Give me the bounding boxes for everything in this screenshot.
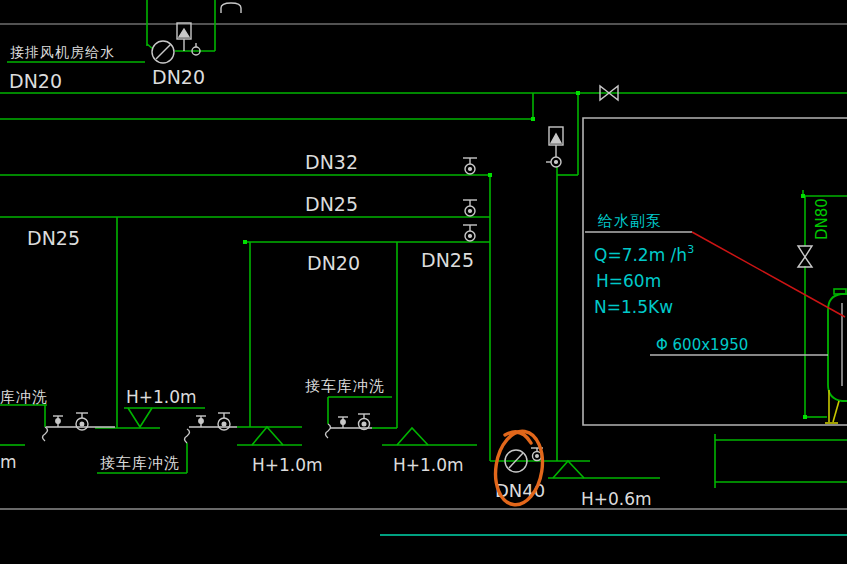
lever-valve-icon: [341, 420, 345, 424]
label-dn20-left: DN20: [9, 70, 62, 92]
stop-valve-icon: [463, 225, 477, 241]
hose-bib-assembly: [43, 413, 116, 441]
valve-hourglass-icon: [798, 246, 812, 267]
label-h10-left: H+1.0m: [126, 387, 197, 407]
label-garage-flush-upper: 接车库冲洗: [305, 377, 385, 395]
cad-canvas: 接排风机房给水 DN20 DN20 DN32 DN25 DN25 DN20 DN…: [0, 0, 847, 564]
pipe-break-squiggle: [326, 424, 331, 438]
tank-nozzle: [834, 289, 846, 294]
label-dn80: DN80: [813, 198, 831, 240]
funnel-drain-icon: [553, 461, 584, 478]
pump-head: H=60m: [596, 271, 661, 291]
meter-needle: [156, 44, 171, 59]
lever-valve-icon: [56, 419, 60, 423]
vent-flap: [551, 134, 561, 143]
label-dn25-left: DN25: [27, 227, 80, 249]
air-vent-icon: [546, 127, 563, 167]
label-dn20-branch: DN20: [307, 252, 360, 274]
label-exhaust-fan-note: 接排风机房给水: [10, 44, 115, 60]
junction-dot: [576, 91, 580, 95]
label-dn25-branch: DN25: [421, 249, 474, 271]
lever-valve-icon: [199, 419, 203, 423]
junction-dot: [801, 194, 805, 198]
junction-dot: [803, 415, 807, 419]
stop-valve-icon: [463, 158, 477, 174]
hose-bib-assembly: [326, 414, 373, 438]
cad-drawing-viewport: 接排风机房给水 DN20 DN20 DN32 DN25 DN25 DN20 DN…: [0, 0, 847, 564]
pump-power: N=1.5Kw: [594, 297, 673, 317]
junction-dot: [243, 240, 247, 244]
pipe-break-squiggle: [43, 427, 48, 441]
pump-flow: Q=7.2m /h3: [594, 243, 694, 265]
stop-valve-icon: [463, 200, 477, 216]
label-h06: H+0.6m: [581, 489, 652, 509]
label-h10-mid: H+1.0m: [252, 455, 323, 475]
pump-title: 给水副泵: [597, 212, 662, 230]
label-dn32: DN32: [305, 151, 358, 173]
green-piping: [0, 0, 847, 488]
label-garage-flush-partial: 库冲洗: [0, 388, 48, 406]
junction-dot: [488, 173, 492, 177]
label-h10-right: H+1.0m: [393, 455, 464, 475]
dome-symbol: [221, 3, 241, 13]
tank-dim-label: Φ 600x1950: [656, 336, 748, 354]
tank-legs: [825, 390, 839, 423]
funnel-drain-icon: [128, 408, 152, 427]
tank-leg: [833, 401, 839, 422]
junction-dot: [531, 117, 535, 121]
funnel-drain-icon: [252, 427, 283, 445]
valve-flap: [179, 29, 189, 37]
hose-bib-assembly: [185, 413, 238, 443]
label-dn25-upper: DN25: [305, 193, 358, 215]
tank-symbol: [828, 294, 847, 401]
funnel-drain-icon: [397, 428, 428, 445]
label-dn20-meter: DN20: [152, 66, 205, 88]
pipe-break-squiggle: [185, 429, 190, 443]
leader-line: [692, 232, 845, 317]
vent-tap-dot: [555, 161, 558, 164]
label-garage-flush-lower: 接车库冲洗: [100, 454, 180, 472]
drain-channel: [715, 434, 847, 488]
water-meter-icon: [152, 41, 174, 63]
label-m-partial: m: [0, 452, 17, 472]
